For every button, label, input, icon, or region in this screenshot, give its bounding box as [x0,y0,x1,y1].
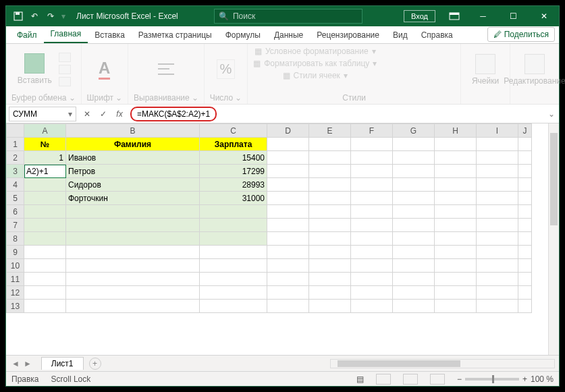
cell[interactable] [309,178,351,192]
cell[interactable]: 1 [24,151,66,165]
cell[interactable]: 31000 [200,192,267,205]
cell[interactable] [24,192,66,205]
cell[interactable] [518,138,532,151]
ribbon-options-icon[interactable] [441,12,468,20]
cell[interactable] [435,165,477,178]
cell[interactable]: № [24,138,66,151]
cell[interactable] [66,219,200,232]
cell[interactable] [393,205,435,219]
cell[interactable] [200,286,267,300]
cancel-formula-icon[interactable]: ✕ [82,109,92,119]
row-header[interactable]: 4 [7,178,24,192]
col-header[interactable]: D [267,124,309,138]
cell[interactable] [351,205,393,219]
cell[interactable] [267,178,309,192]
cell[interactable]: Зарплата [200,138,267,151]
row-header[interactable]: 1 [7,138,24,151]
expand-formula-icon[interactable]: ⌄ [548,109,555,119]
cell[interactable] [267,273,309,286]
cell[interactable] [393,151,435,165]
cell[interactable] [351,178,393,192]
cell[interactable]: Форточкин [66,192,200,205]
cell[interactable] [66,300,200,313]
row-header[interactable]: 10 [7,259,24,273]
vertical-scrollbar[interactable] [548,123,559,355]
share-button[interactable]: 🖉Поделиться [487,27,555,42]
cell[interactable] [477,151,518,165]
cell[interactable] [435,219,477,232]
col-header[interactable]: C [200,124,267,138]
conditional-formatting-button[interactable]: ▦Условное форматирование▾ [254,47,376,56]
cell[interactable] [267,246,309,259]
cell[interactable] [66,286,200,300]
cell[interactable]: Фамилия [66,138,200,151]
zoom-in-icon[interactable]: + [522,374,527,384]
cell[interactable] [351,246,393,259]
cell[interactable] [518,232,532,246]
row-header[interactable]: 6 [7,205,24,219]
cell[interactable] [267,138,309,151]
formula-input[interactable]: =МАКС($A$2:A2)+1 ⌄ [130,105,559,123]
cell[interactable] [435,151,477,165]
name-box[interactable]: СУММ ▾ [9,107,76,121]
cell[interactable] [309,300,351,313]
cell[interactable] [435,192,477,205]
cell[interactable] [518,273,532,286]
cell[interactable] [393,192,435,205]
tab-data[interactable]: Данные [267,28,310,43]
cell[interactable] [351,165,393,178]
cell[interactable] [24,246,66,259]
col-header[interactable]: A [24,124,66,138]
cell[interactable] [477,178,518,192]
fx-icon[interactable]: fx [114,109,125,119]
row-header[interactable]: 7 [7,219,24,232]
format-painter-icon[interactable] [59,77,71,86]
cell[interactable] [267,151,309,165]
cell[interactable] [309,259,351,273]
cell[interactable] [351,286,393,300]
cell[interactable] [393,232,435,246]
cell[interactable] [24,273,66,286]
maximize-button[interactable]: ☐ [498,6,529,26]
cell[interactable] [200,300,267,313]
cell[interactable] [435,300,477,313]
col-header[interactable]: H [435,124,477,138]
cell[interactable] [393,273,435,286]
cell[interactable]: 17299 [200,165,267,178]
cell[interactable] [200,259,267,273]
cell[interactable] [66,205,200,219]
zoom-out-icon[interactable]: − [457,374,462,384]
cell-styles-button[interactable]: ▦Стили ячеек▾ [283,71,348,80]
cell[interactable] [24,219,66,232]
cell[interactable] [518,246,532,259]
cell[interactable] [309,205,351,219]
cell[interactable] [351,300,393,313]
cell[interactable] [393,300,435,313]
cell[interactable] [200,246,267,259]
next-sheet-icon[interactable]: ► [24,359,32,368]
cell[interactable]: Иванов [66,151,200,165]
chevron-down-icon[interactable]: ▾ [68,109,72,119]
search-box[interactable]: 🔍 Поиск [214,9,362,24]
cell[interactable] [435,259,477,273]
add-sheet-button[interactable]: + [89,358,101,370]
cell[interactable] [477,138,518,151]
cells-button[interactable]: Ячейки [466,54,504,86]
active-cell[interactable]: A2)+1 [24,165,66,178]
cell[interactable] [477,205,518,219]
cell[interactable] [477,259,518,273]
cell[interactable] [200,273,267,286]
cell[interactable] [267,165,309,178]
row-header[interactable]: 9 [7,246,24,259]
horizontal-scrollbar[interactable] [330,359,555,368]
cell[interactable] [267,205,309,219]
cell[interactable] [435,286,477,300]
row-header[interactable]: 13 [7,300,24,313]
page-layout-view-icon[interactable] [403,374,418,385]
zoom-level[interactable]: 100 % [531,374,554,384]
row-header[interactable]: 2 [7,151,24,165]
display-settings-icon[interactable]: ▤ [356,374,364,384]
tab-home[interactable]: Главная [44,26,88,43]
cell[interactable] [351,232,393,246]
prev-sheet-icon[interactable]: ◄ [11,359,20,368]
